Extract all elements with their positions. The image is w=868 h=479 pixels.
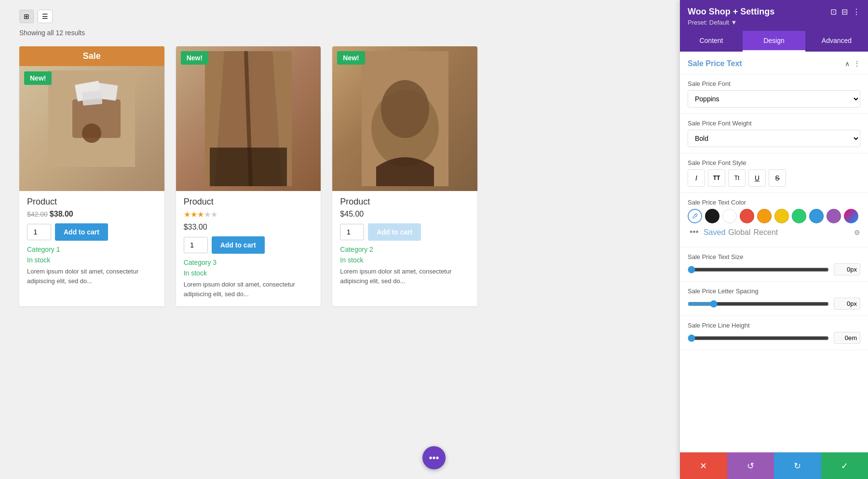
color-swatch-green[interactable] <box>792 209 806 223</box>
sale-price-font-weight-select[interactable]: Bold Normal Light <box>688 130 860 147</box>
product-info-3: Product $45.00 <box>332 191 477 219</box>
product-image-3: New! <box>332 46 477 191</box>
product-category-3[interactable]: Category 2 <box>332 246 477 253</box>
panel-expand-icon[interactable]: ⊡ <box>830 7 837 16</box>
section-title-sale-price: Sale Price Text <box>688 59 742 68</box>
tab-advanced[interactable]: Advanced <box>805 31 868 52</box>
eyedropper-button[interactable] <box>688 209 702 223</box>
product-name-2: Product <box>184 197 313 207</box>
svg-point-11 <box>381 80 429 138</box>
section-more-button[interactable]: ⋮ <box>854 60 860 68</box>
sale-price-letter-spacing-field: Sale Price Letter Spacing 0px <box>680 282 868 316</box>
add-to-cart-row-2: Add to cart <box>176 236 321 254</box>
color-swatch-blue[interactable] <box>809 209 824 223</box>
panel-split-icon[interactable]: ⊟ <box>841 7 848 16</box>
line-height-value: 0em <box>834 332 860 344</box>
quantity-input-1[interactable] <box>27 224 51 240</box>
tab-content[interactable]: Content <box>680 31 743 52</box>
product-image-1: Sale New! <box>19 46 164 191</box>
add-to-cart-button-3[interactable]: Add to cart <box>368 223 421 241</box>
font-style-underline-button[interactable]: U <box>748 169 766 187</box>
sale-price-font-weight-label: Sale Price Font Weight <box>688 120 860 127</box>
new-badge-2: New! <box>181 51 208 65</box>
font-style-uppercase-button[interactable]: TT <box>708 169 725 187</box>
sale-price-color-label: Sale Price Text Color <box>688 199 860 206</box>
color-swatch-red[interactable] <box>740 209 754 223</box>
color-tab-global[interactable]: Global <box>728 228 750 237</box>
text-size-slider[interactable] <box>688 266 829 274</box>
panel-undo-button[interactable]: ↺ <box>727 452 774 479</box>
quantity-input-2[interactable] <box>184 237 208 253</box>
right-panel: Woo Shop + Settings ⊡ ⊟ ⋮ Preset: Defaul… <box>680 0 868 479</box>
panel-body: Sale Price Text ∧ ⋮ Sale Price Font Popp… <box>680 52 868 452</box>
list-view-button[interactable]: ☰ <box>38 10 53 23</box>
sale-price-text-size-field: Sale Price Text Size 0px <box>680 247 868 282</box>
font-style-capitalize-button[interactable]: Tt <box>728 169 746 187</box>
new-badge-3: New! <box>337 51 365 65</box>
star-4: ★ <box>204 210 211 219</box>
product-description-2: Lorem ipsum dolor sit amet, consectetur … <box>176 280 321 299</box>
add-to-cart-row-1: Add to cart <box>19 223 164 241</box>
product-card-2: New! Product ★★★★★ $33.00 Add to cart Ca… <box>176 46 321 306</box>
color-settings-button[interactable]: ⚙ <box>854 229 860 236</box>
section-header-sale-price: Sale Price Text ∧ ⋮ <box>680 52 868 74</box>
gradient-button[interactable] <box>844 209 858 223</box>
color-swatch-yellow[interactable] <box>774 209 789 223</box>
product-price-2: $33.00 <box>184 223 313 232</box>
product-name-1: Product <box>27 197 157 207</box>
letter-spacing-slider[interactable] <box>688 300 829 308</box>
price-regular-3: $45.00 <box>340 210 364 218</box>
quantity-input-3[interactable] <box>340 224 364 240</box>
color-swatch-orange[interactable] <box>757 209 772 223</box>
sale-price-font-field: Sale Price Font Poppins Arial Roboto <box>680 74 868 114</box>
product-name-3: Product <box>340 197 470 207</box>
section-header-icons: ∧ ⋮ <box>845 60 860 68</box>
panel-cancel-button[interactable]: ✕ <box>680 452 727 479</box>
product-category-2[interactable]: Category 3 <box>176 259 321 266</box>
product-stock-1: In stock <box>19 256 164 264</box>
panel-tabs: Content Design Advanced <box>680 31 868 52</box>
panel-header-icons: ⊡ ⊟ ⋮ <box>830 7 860 16</box>
font-style-strikethrough-button[interactable]: S <box>769 169 786 187</box>
floating-menu-button[interactable]: ••• <box>422 446 446 469</box>
color-tab-recent[interactable]: Recent <box>754 228 778 237</box>
color-swatch-white[interactable] <box>722 209 737 223</box>
product-image-placeholder-3 <box>332 46 477 191</box>
sale-price-color-section: Sale Price Text Color ••• Saved Global <box>680 193 868 247</box>
panel-header: Woo Shop + Settings ⊡ ⊟ ⋮ Preset: Defaul… <box>680 0 868 31</box>
product-price-1: $42.00$38.00 <box>27 210 157 219</box>
sale-price-font-style-field: Sale Price Font Style I TT Tt U S <box>680 153 868 193</box>
panel-title: Woo Shop + Settings <box>688 7 774 17</box>
letter-spacing-value: 0px <box>834 298 860 310</box>
product-price-3: $45.00 <box>340 210 470 219</box>
product-stock-3: In stock <box>332 256 477 264</box>
product-info-1: Product $42.00$38.00 <box>19 191 164 219</box>
product-category-1[interactable]: Category 1 <box>19 246 164 253</box>
font-style-italic-button[interactable]: I <box>688 169 705 187</box>
product-image-placeholder-1 <box>19 46 164 191</box>
star-5: ★ <box>211 210 217 219</box>
color-swatches-row <box>688 209 860 223</box>
panel-footer: ✕ ↺ ↻ ✓ <box>680 452 868 479</box>
color-swatch-purple[interactable] <box>827 209 841 223</box>
grid-view-button[interactable]: ⊞ <box>19 10 34 23</box>
panel-redo-button[interactable]: ↻ <box>774 452 821 479</box>
add-to-cart-button-2[interactable]: Add to cart <box>212 236 265 254</box>
view-toggles: ⊞ ☰ <box>19 10 661 23</box>
color-tab-saved[interactable]: Saved <box>704 228 725 237</box>
panel-confirm-button[interactable]: ✓ <box>821 452 868 479</box>
product-grid: Sale New! Product $42.00$38.00 Add to ca… <box>19 46 477 306</box>
section-collapse-button[interactable]: ∧ <box>845 60 850 68</box>
panel-more-icon[interactable]: ⋮ <box>853 7 860 16</box>
tab-design[interactable]: Design <box>743 31 805 52</box>
line-height-slider-row: 0em <box>688 332 860 344</box>
panel-preset[interactable]: Preset: Default ▼ <box>688 19 860 26</box>
star-1: ★ <box>184 210 190 219</box>
color-more-button[interactable]: ••• <box>688 227 701 237</box>
color-swatch-black[interactable] <box>705 209 719 223</box>
sale-price-letter-spacing-label: Sale Price Letter Spacing <box>688 287 860 295</box>
sale-price-line-height-label: Sale Price Line Height <box>688 322 860 329</box>
sale-price-font-select[interactable]: Poppins Arial Roboto <box>688 90 860 108</box>
add-to-cart-button-1[interactable]: Add to cart <box>55 223 108 241</box>
line-height-slider[interactable] <box>688 334 829 342</box>
